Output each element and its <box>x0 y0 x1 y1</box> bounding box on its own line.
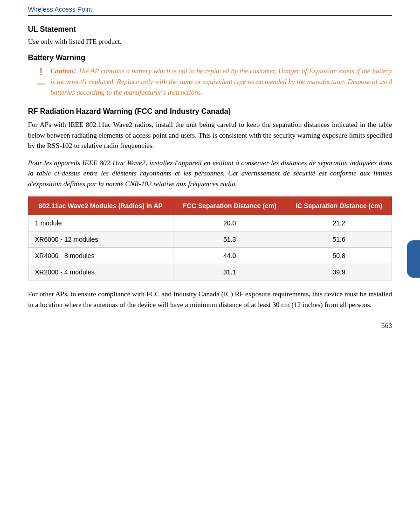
table-cell-fcc: 51.3 <box>173 231 286 248</box>
page-container: Wireless Access Point UL Statement Use o… <box>0 0 420 336</box>
table-cell-ic: 50.8 <box>286 248 392 264</box>
caution-body: The AP contains a battery which is not t… <box>50 67 392 97</box>
battery-warning-section: Battery Warning ! — Caution! The AP cont… <box>28 54 392 98</box>
table-cell-fcc: 31.1 <box>173 264 286 280</box>
table-header-col2: FCC Separation Distance (cm) <box>173 197 286 215</box>
rf-body-closing: For other APs, to ensure compliance with… <box>28 289 392 310</box>
table-cell-module: XR6000 - 12 modules <box>28 231 173 248</box>
table-cell-module: XR4000 - 8 modules <box>28 248 173 264</box>
caution-icon: ! — <box>37 66 45 89</box>
table-row: XR6000 - 12 modules51.351.6 <box>28 231 392 248</box>
table-row: XR4000 - 8 modules44.050.8 <box>28 248 392 264</box>
ul-statement-title: UL Statement <box>28 25 392 34</box>
ul-statement-section: UL Statement Use only with listed ITE pr… <box>28 25 392 47</box>
rf-body-en: For APs with IEEE 802.11ac Wave2 radios,… <box>28 119 392 151</box>
table-row: XR2000 - 4 modules31.139.9 <box>28 264 392 280</box>
rf-body-fr: Pour les appareils IEEE 802.11ac Wave2, … <box>28 158 392 189</box>
header-bar: Wireless Access Point <box>28 6 392 16</box>
caution-dash: — <box>37 79 45 89</box>
header-title: Wireless Access Point <box>28 6 92 13</box>
caution-exclamation: ! <box>39 66 42 78</box>
blue-tab <box>407 240 420 278</box>
table-cell-ic: 39.9 <box>286 264 392 280</box>
caution-box: ! — Caution! The AP contains a battery w… <box>37 66 392 98</box>
page-number: 563 <box>381 322 392 329</box>
table-cell-module: 1 module <box>28 215 173 231</box>
battery-warning-title: Battery Warning <box>28 54 392 62</box>
table-header-row: 802.11ac Wave2 Modules (Radios) in AP FC… <box>28 197 392 215</box>
caution-label: Caution! <box>50 67 76 75</box>
separation-distance-table: 802.11ac Wave2 Modules (Radios) in AP FC… <box>28 196 392 280</box>
table-cell-fcc: 44.0 <box>173 248 286 264</box>
rf-section-title: RF Radiation Hazard Warning (FCC and Ind… <box>28 107 392 116</box>
table-cell-module: XR2000 - 4 modules <box>28 264 173 280</box>
table-cell-ic: 51.6 <box>286 231 392 248</box>
ul-statement-body: Use only with listed ITE product. <box>28 36 392 47</box>
table-cell-fcc: 20.0 <box>173 215 286 231</box>
caution-text: Caution! The AP contains a battery which… <box>50 66 392 98</box>
table-header-col1: 802.11ac Wave2 Modules (Radios) in AP <box>28 197 173 215</box>
footer-bar: 563 <box>0 319 420 329</box>
table-row: 1 module20.021.2 <box>28 215 392 231</box>
rf-section: RF Radiation Hazard Warning (FCC and Ind… <box>28 107 392 310</box>
table-header-col3: IC Separation Distance (cm) <box>286 197 392 215</box>
table-cell-ic: 21.2 <box>286 215 392 231</box>
